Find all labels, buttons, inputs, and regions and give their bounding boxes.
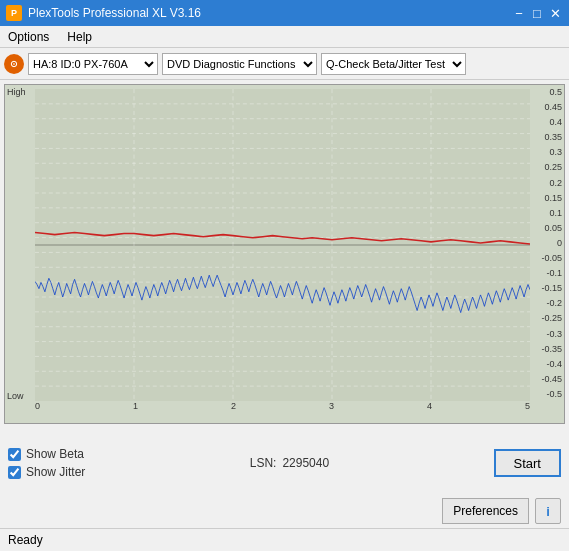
title-bar: P PlexTools Professional XL V3.16 − □ ✕	[0, 0, 569, 26]
drive-icon: ⊙	[4, 54, 24, 74]
test-select[interactable]: Q-Check Beta/Jitter Test	[321, 53, 466, 75]
lsn-value: 2295040	[282, 456, 329, 470]
minimize-button[interactable]: −	[511, 5, 527, 21]
window-controls: − □ ✕	[511, 5, 563, 21]
info-button[interactable]: i	[535, 498, 561, 524]
show-beta-row: Show Beta	[8, 447, 85, 461]
right-buttons: Start	[494, 449, 561, 477]
chart-canvas	[35, 89, 530, 401]
menu-bar: Options Help	[0, 26, 569, 48]
toolbar: ⊙ HA:8 ID:0 PX-760A DVD Diagnostic Funct…	[0, 48, 569, 80]
y-axis-right: 0.5 0.45 0.4 0.35 0.3 0.25 0.2 0.15 0.1 …	[541, 85, 562, 401]
lsn-area: LSN: 2295040	[250, 456, 329, 470]
y-high-label: High	[7, 87, 26, 97]
app-title: PlexTools Professional XL V3.16	[28, 6, 201, 20]
menu-options[interactable]: Options	[4, 28, 53, 46]
show-jitter-row: Show Jitter	[8, 465, 85, 479]
function-select[interactable]: DVD Diagnostic Functions	[162, 53, 317, 75]
show-beta-checkbox[interactable]	[8, 448, 21, 461]
chart-area: High Low 0.5 0.45 0.4 0.35 0.3 0.25 0.2 …	[4, 84, 565, 424]
status-bar: Ready	[0, 528, 569, 550]
app-icon: P	[6, 5, 22, 21]
status-text: Ready	[8, 533, 43, 547]
maximize-button[interactable]: □	[529, 5, 545, 21]
drive-select[interactable]: HA:8 ID:0 PX-760A	[28, 53, 158, 75]
start-button[interactable]: Start	[494, 449, 561, 477]
preferences-row: Preferences i	[0, 498, 569, 528]
lsn-label: LSN:	[250, 456, 277, 470]
x-axis: 0 1 2 3 4 5	[35, 401, 530, 419]
show-beta-label[interactable]: Show Beta	[26, 447, 84, 461]
menu-help[interactable]: Help	[63, 28, 96, 46]
show-jitter-label[interactable]: Show Jitter	[26, 465, 85, 479]
y-low-label: Low	[7, 391, 24, 401]
show-jitter-checkbox[interactable]	[8, 466, 21, 479]
close-button[interactable]: ✕	[547, 5, 563, 21]
checkboxes: Show Beta Show Jitter	[8, 447, 85, 479]
preferences-button[interactable]: Preferences	[442, 498, 529, 524]
bottom-panel: Show Beta Show Jitter LSN: 2295040 Start	[0, 428, 569, 498]
